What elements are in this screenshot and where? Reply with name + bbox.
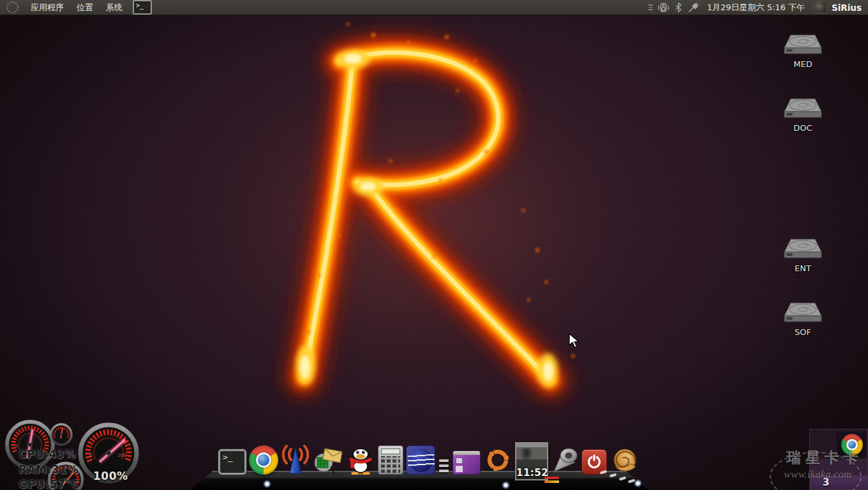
workspace-pager[interactable]: 3 [809,429,868,490]
dock-wireless-antenna-icon[interactable] [281,443,310,475]
dock-email-icon[interactable] [313,445,343,475]
volume-tray-icon[interactable] [657,2,670,13]
panel-left-group: 应用程序 位置 系统 >_ [0,0,152,15]
ram-usage-label: RAM:31% [19,464,79,475]
dock-clock-widget[interactable]: 11:52 [515,442,548,475]
hdd-icon [782,302,824,323]
widget-time-label: 11:52 [516,467,547,479]
top-panel: 应用程序 位置 系统 >_ 1月29日星期六 [0,0,868,15]
dock-glow-indicator [263,480,271,488]
notification-lines-icon[interactable] [648,4,653,10]
menu-places[interactable]: 位置 [70,0,100,15]
power-symbol [585,453,603,471]
dock-glow-indicator [502,481,510,489]
volume-level-bars [544,477,559,483]
panel-right-group: 1月29日星期六 5:16 下午 SiRius [648,0,868,15]
pager-chrome-window-preview[interactable] [837,432,866,457]
pager-bottom-strip [810,475,867,489]
pager-row-divider [810,459,867,475]
battery-percent-label: 100% [93,471,128,482]
svg-text:0: 0 [89,453,92,458]
dock-calculator-icon[interactable] [378,445,403,475]
hdd-icon [782,34,824,55]
terminal-launcher-icon[interactable]: >_ [133,0,152,15]
drive-icon-sof[interactable]: SOF [782,302,824,337]
dock-eclipse-icon[interactable] [406,445,435,475]
mouse-cursor [569,333,581,348]
bluetooth-icon[interactable] [674,2,683,13]
dock-qq-icon[interactable] [346,443,375,475]
dock-ubuntu-icon[interactable] [483,445,513,475]
dock-glow-indicator [634,479,642,487]
svg-text:0: 0 [15,443,18,448]
hdd-icon [782,98,824,119]
username-label[interactable]: SiRius [832,3,864,13]
drive-icon-med[interactable]: MED [782,34,824,69]
distro-logo-icon[interactable] [6,1,19,13]
dock-terminal-icon[interactable]: >_ [218,449,246,475]
drive-icon-ent[interactable]: ENT [782,238,824,273]
cpu-gauge: 0 [7,422,53,468]
workspace-number: 3 [823,477,829,488]
user-avatar[interactable] [813,1,827,13]
small-gauge-top [51,424,71,445]
svg-text:100: 100 [117,453,126,458]
menu-applications[interactable]: 应用程序 [24,0,70,15]
dock-media-window-icon[interactable] [453,450,481,475]
menu-system[interactable]: 系统 [100,0,129,15]
drive-icon-doc[interactable]: DOC [782,98,824,133]
hdd-icon [782,238,824,259]
dock-speaker-icon[interactable] [551,445,579,475]
gpu-temp-label: GPU:57°C [19,479,80,490]
network-plug-icon[interactable] [687,2,700,13]
desktop-screen: 应用程序 位置 系统 >_ 1月29日星期六 [0,0,868,490]
window-list-indicator[interactable] [438,459,450,475]
panel-clock[interactable]: 1月29日星期六 5:16 下午 [707,2,805,13]
chrome-icon [841,434,863,456]
dock-chrome-icon[interactable] [249,445,278,475]
cpu-usage-label: CPU:43% [19,449,76,460]
dock: >_ [218,442,639,475]
